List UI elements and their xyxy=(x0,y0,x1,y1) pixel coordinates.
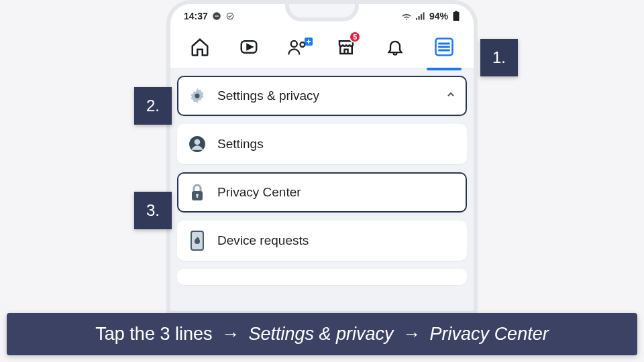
marketplace-badge: 5 xyxy=(349,31,361,43)
lock-icon xyxy=(188,183,207,202)
battery-icon xyxy=(452,11,460,21)
top-nav: 5 xyxy=(170,25,474,69)
caption-prefix: Tap the 3 lines xyxy=(95,324,212,344)
menu-item-label: Device requests xyxy=(217,233,456,248)
phone-frame: 14:37 94% 5 xyxy=(166,0,478,315)
svg-rect-1 xyxy=(215,15,219,16)
person-circle-icon xyxy=(188,135,207,154)
home-icon xyxy=(190,37,210,57)
nav-menu[interactable] xyxy=(431,34,458,60)
svg-rect-24 xyxy=(197,195,198,198)
svg-rect-7 xyxy=(455,11,458,12)
nav-notifications[interactable] xyxy=(382,34,409,60)
instruction-caption: Tap the 3 lines → Settings & privacy → P… xyxy=(7,313,637,355)
step-badge-2: 2. xyxy=(134,87,172,125)
menu-item-partial[interactable] xyxy=(177,269,467,285)
svg-point-11 xyxy=(290,41,297,47)
svg-rect-6 xyxy=(423,12,424,19)
arrow-icon: → xyxy=(402,324,421,344)
menu-header-label: Settings & privacy xyxy=(217,88,435,103)
gear-icon xyxy=(188,86,207,105)
svg-rect-4 xyxy=(418,16,419,20)
hamburger-icon xyxy=(434,37,454,57)
nav-home[interactable] xyxy=(186,34,213,60)
dnd-icon xyxy=(212,11,221,21)
caption-mid: Settings & privacy xyxy=(248,324,393,344)
svg-point-2 xyxy=(227,13,233,19)
nav-friends[interactable] xyxy=(284,34,311,60)
menu-item-settings[interactable]: Settings xyxy=(177,124,467,164)
menu-header-settings-privacy[interactable]: Settings & privacy xyxy=(177,76,467,116)
svg-rect-9 xyxy=(453,13,458,21)
arrow-icon: → xyxy=(221,324,239,344)
check-shield-icon xyxy=(225,11,235,21)
step-badge-3: 3. xyxy=(134,192,172,229)
step-badge-1: 1. xyxy=(480,39,518,76)
status-time: 14:37 xyxy=(184,11,208,21)
signal-icon xyxy=(416,12,425,20)
display-notch xyxy=(285,1,359,21)
menu-item-label: Privacy Center xyxy=(217,185,456,200)
bell-icon xyxy=(386,37,405,57)
chevron-up-icon xyxy=(445,89,456,103)
menu-item-device-requests[interactable]: Device requests xyxy=(177,221,467,261)
menu-item-label: Settings xyxy=(217,137,456,152)
watch-icon xyxy=(239,37,259,57)
caption-last: Privacy Center xyxy=(430,324,549,344)
menu-list: Settings & privacy Settings Privacy Cent… xyxy=(170,69,474,311)
svg-rect-5 xyxy=(421,14,422,19)
status-battery-pct: 94% xyxy=(429,11,448,21)
add-friend-plus-icon xyxy=(305,38,313,46)
device-icon xyxy=(188,231,207,250)
svg-rect-3 xyxy=(416,18,417,20)
svg-point-19 xyxy=(195,94,200,99)
nav-watch[interactable] xyxy=(235,34,262,60)
svg-point-21 xyxy=(195,139,201,145)
menu-item-privacy-center[interactable]: Privacy Center xyxy=(177,172,467,213)
nav-marketplace[interactable]: 5 xyxy=(333,34,360,60)
wifi-icon xyxy=(401,12,412,20)
